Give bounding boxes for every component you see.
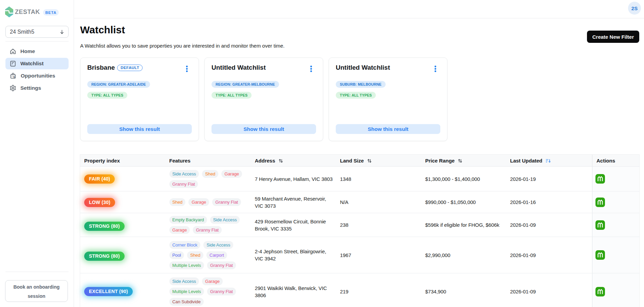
svg-text:$: $ (13, 75, 15, 78)
